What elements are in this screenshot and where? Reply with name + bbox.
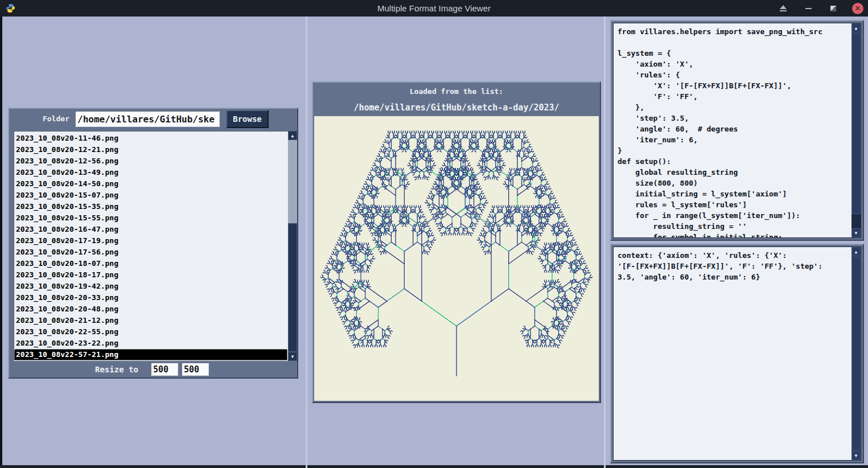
context-text: context: {'axiom': 'X', 'rules': {'X': '… bbox=[618, 250, 822, 282]
list-item[interactable]: 2023_10_08v20-12-56.png bbox=[14, 155, 287, 167]
list-item[interactable]: 2023_10_08v20-18-17.png bbox=[14, 269, 287, 281]
scrollbar-thumb[interactable] bbox=[851, 257, 861, 450]
list-item[interactable]: 2023_10_08v20-20-33.png bbox=[14, 292, 287, 303]
image-viewer-frame: Loaded from the list: /home/villares/Git… bbox=[312, 81, 601, 403]
list-item[interactable]: 2023_10_08v20-11-46.png bbox=[14, 133, 287, 144]
app-window: Multiple Format Image Viewer ✕ Folder bbox=[0, 0, 868, 468]
list-item[interactable]: 2023_10_08v20-16-47.png bbox=[14, 224, 287, 235]
context-textarea[interactable]: context: {'axiom': 'X', 'rules': {'X': '… bbox=[613, 247, 861, 461]
context-scrollbar[interactable]: ▲ ▼ bbox=[851, 247, 861, 460]
scroll-down-arrow-icon[interactable]: ▼ bbox=[288, 352, 297, 361]
loaded-from-label: Loaded from the list: bbox=[313, 87, 600, 96]
fractal-image bbox=[314, 116, 599, 401]
loaded-path-label: /home/villares/GitHub/sketch-a-day/2023/ bbox=[313, 102, 600, 113]
scroll-up-arrow-icon[interactable]: ▲ bbox=[851, 23, 861, 32]
folder-label: Folder bbox=[43, 114, 69, 123]
window-edge-bottom bbox=[0, 465, 868, 468]
code-textarea[interactable]: from villares.helpers import save_png_wi… bbox=[613, 23, 861, 238]
close-button[interactable]: ✕ bbox=[852, 3, 863, 14]
list-item[interactable]: 2023_10_08v20-15-07.png bbox=[14, 190, 287, 201]
list-item[interactable]: 2023_10_08v20-17-56.png bbox=[14, 247, 287, 258]
minimize-icon bbox=[805, 8, 812, 9]
list-item[interactable]: 2023_10_08v20-12-21.png bbox=[14, 144, 287, 155]
code-text: from villares.helpers import save_png_wi… bbox=[618, 26, 822, 238]
list-item[interactable]: 2023_10_08v22-57-21.png bbox=[14, 349, 287, 360]
restore-button[interactable] bbox=[827, 2, 840, 15]
shade-button[interactable] bbox=[777, 2, 789, 15]
list-item[interactable]: 2023_10_08v20-17-19.png bbox=[14, 235, 287, 247]
file-list-scrollbar[interactable]: ▲ ▼ bbox=[288, 131, 297, 361]
scroll-up-arrow-icon[interactable]: ▲ bbox=[288, 131, 297, 140]
list-item[interactable]: 2023_10_08v20-23-22.png bbox=[14, 338, 287, 349]
list-item[interactable]: 2023_10_08v20-20-48.png bbox=[14, 303, 287, 315]
code-panel-frame: from villares.helpers import save_png_wi… bbox=[610, 20, 864, 241]
list-item[interactable]: 2023_10_08v20-19-42.png bbox=[14, 281, 287, 292]
window-edge-left bbox=[0, 17, 2, 468]
scroll-up-arrow-icon[interactable]: ▲ bbox=[851, 247, 861, 256]
scrollbar-thumb[interactable] bbox=[851, 33, 861, 214]
close-icon: ✕ bbox=[855, 4, 861, 13]
resize-width-input[interactable] bbox=[151, 363, 178, 376]
list-item[interactable]: 2023_10_08v20-21-12.png bbox=[14, 315, 287, 326]
context-panel-frame: context: {'axiom': 'X', 'rules': {'X': '… bbox=[610, 244, 864, 463]
folder-input[interactable] bbox=[75, 111, 220, 127]
restore-icon bbox=[830, 6, 836, 11]
list-item[interactable]: 2023_10_08v20-22-55.png bbox=[14, 326, 287, 338]
list-item[interactable]: 2023_10_08v20-15-35.png bbox=[14, 201, 287, 212]
shade-icon bbox=[780, 5, 787, 9]
list-item[interactable]: 2023_10_08v20-15-55.png bbox=[14, 212, 287, 224]
pane-divider-left[interactable] bbox=[306, 17, 307, 468]
scroll-down-arrow-icon[interactable]: ▼ bbox=[851, 451, 861, 460]
scroll-down-arrow-icon[interactable]: ▼ bbox=[851, 228, 861, 237]
file-listbox[interactable]: 2023_10_08v20-11-46.png2023_10_08v20-12-… bbox=[14, 131, 288, 361]
minimize-button[interactable] bbox=[802, 2, 814, 15]
list-item[interactable]: 2023_10_08v20-13-49.png bbox=[14, 167, 287, 178]
resize-height-input[interactable] bbox=[182, 363, 209, 376]
pane-divider-right[interactable] bbox=[604, 17, 606, 468]
list-item[interactable]: 2023_10_08v20-14-50.png bbox=[14, 178, 287, 190]
resize-label: Resize to bbox=[95, 365, 138, 374]
browse-button[interactable]: Browse bbox=[226, 110, 269, 128]
window-title: Multiple Format Image Viewer bbox=[0, 3, 868, 13]
file-browser-frame: Folder Browse 2023_10_08v20-11-46.png202… bbox=[8, 108, 298, 379]
scrollbar-thumb[interactable] bbox=[288, 223, 297, 352]
list-item[interactable]: 2023_10_08v20-18-07.png bbox=[14, 258, 287, 269]
titlebar: Multiple Format Image Viewer ✕ bbox=[0, 0, 868, 17]
code-scrollbar[interactable]: ▲ ▼ bbox=[851, 23, 861, 237]
